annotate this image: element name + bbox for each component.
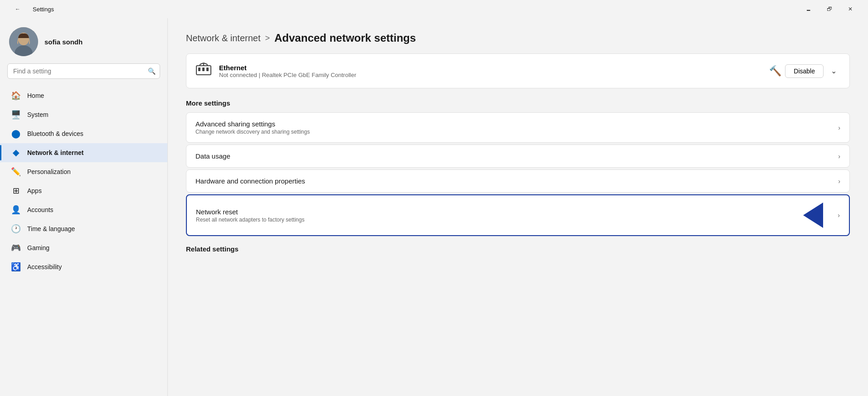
setting-item-data-usage[interactable]: Data usage › — [186, 145, 850, 168]
sidebar-item-home[interactable]: 🏠 Home — [0, 86, 167, 105]
sidebar-item-network-label: Network & internet — [27, 149, 83, 156]
sidebar-item-apps-label: Apps — [27, 187, 42, 194]
avatar — [9, 27, 38, 56]
back-button[interactable]: ← — [7, 2, 28, 16]
sidebar-item-time[interactable]: 🕐 Time & language — [0, 219, 167, 238]
sidebar-item-gaming[interactable]: 🎮 Gaming — [0, 238, 167, 257]
restore-button[interactable]: 🗗 — [819, 2, 840, 16]
disable-button[interactable]: Disable — [785, 64, 824, 78]
network-reset-chevron-icon: › — [838, 212, 840, 219]
sidebar-item-gaming-label: Gaming — [27, 244, 49, 251]
ethernet-actions: 🔨 Disable ⌄ — [769, 64, 840, 78]
setting-item-sharing[interactable]: Advanced sharing settings Change network… — [186, 112, 850, 143]
sidebar-item-personalization[interactable]: ✏️ Personalization — [0, 162, 167, 181]
more-settings-section: More settings Advanced sharing settings … — [186, 99, 850, 236]
minimize-button[interactable]: 🗕 — [798, 2, 819, 16]
titlebar: ← Settings 🗕 🗗 ✕ — [0, 0, 868, 18]
network-reset-desc: Reset all network adapters to factory se… — [196, 217, 304, 223]
hardware-title: Hardware and connection properties — [195, 177, 305, 185]
app-body: sofia sondh 🔍 🏠 Home 🖥️ System ⬤ Bluetoo… — [0, 18, 868, 396]
sidebar-item-accessibility[interactable]: ♿ Accessibility — [0, 257, 167, 276]
arrow-indicator — [803, 203, 823, 228]
user-section: sofia sondh — [0, 18, 167, 63]
titlebar-left: ← Settings — [7, 2, 54, 16]
username: sofia sondh — [44, 38, 83, 46]
data-usage-title: Data usage — [195, 152, 230, 160]
setting-item-hardware[interactable]: Hardware and connection properties › — [186, 169, 850, 193]
sidebar-item-system-label: System — [27, 111, 49, 118]
home-icon: 🏠 — [11, 91, 21, 101]
sharing-title: Advanced sharing settings — [195, 120, 310, 128]
sidebar: sofia sondh 🔍 🏠 Home 🖥️ System ⬤ Bluetoo… — [0, 18, 168, 396]
network-reset-title: Network reset — [196, 208, 304, 216]
search-icon: 🔍 — [148, 68, 156, 75]
network-icon: ◆ — [11, 148, 21, 158]
sidebar-item-accounts-label: Accounts — [27, 206, 54, 213]
sidebar-item-bluetooth-label: Bluetooth & devices — [27, 130, 83, 137]
apps-icon: ⊞ — [11, 186, 21, 196]
breadcrumb-separator: > — [265, 34, 270, 43]
breadcrumb-current: Advanced network settings — [274, 32, 416, 44]
accounts-icon: 👤 — [11, 205, 21, 215]
ethernet-info: Ethernet Not connected | Realtek PCIe Gb… — [219, 64, 762, 78]
hardware-chevron-icon: › — [838, 178, 840, 185]
svg-line-9 — [204, 63, 207, 64]
svg-rect-6 — [206, 68, 209, 71]
sharing-desc: Change network discovery and sharing set… — [195, 129, 310, 135]
breadcrumb: Network & internet > Advanced network se… — [186, 32, 850, 44]
sidebar-item-personalization-label: Personalization — [27, 168, 71, 175]
sharing-chevron-icon: › — [838, 124, 840, 131]
time-icon: 🕐 — [11, 224, 21, 234]
ethernet-card: Ethernet Not connected | Realtek PCIe Gb… — [186, 53, 850, 88]
search-box: 🔍 — [7, 63, 160, 79]
sidebar-item-bluetooth[interactable]: ⬤ Bluetooth & devices — [0, 124, 167, 143]
ethernet-title: Ethernet — [219, 64, 762, 72]
sidebar-item-system[interactable]: 🖥️ System — [0, 105, 167, 124]
svg-line-8 — [200, 63, 204, 64]
svg-rect-4 — [198, 68, 200, 71]
app-title: Settings — [33, 6, 54, 13]
gaming-icon: 🎮 — [11, 243, 21, 253]
related-settings-title: Related settings — [186, 245, 850, 253]
accessibility-icon: ♿ — [11, 262, 21, 272]
breadcrumb-parent[interactable]: Network & internet — [186, 33, 261, 43]
personalization-icon: ✏️ — [11, 167, 21, 177]
sidebar-item-accessibility-label: Accessibility — [27, 263, 62, 270]
bluetooth-icon: ⬤ — [11, 129, 21, 139]
sidebar-item-time-label: Time & language — [27, 225, 75, 232]
search-input[interactable] — [7, 63, 160, 79]
hammer-icon: 🔨 — [769, 65, 781, 77]
data-usage-chevron-icon: › — [838, 153, 840, 160]
main-content: Network & internet > Advanced network se… — [168, 18, 868, 396]
ethernet-icon — [195, 61, 212, 81]
ethernet-expand-button[interactable]: ⌄ — [827, 65, 840, 77]
setting-item-network-reset[interactable]: Network reset Reset all network adapters… — [186, 194, 850, 236]
svg-rect-5 — [202, 68, 205, 71]
nav-list: 🏠 Home 🖥️ System ⬤ Bluetooth & devices ◆… — [0, 84, 167, 278]
more-settings-title: More settings — [186, 99, 850, 107]
close-button[interactable]: ✕ — [840, 2, 861, 16]
system-icon: 🖥️ — [11, 110, 21, 120]
ethernet-subtitle: Not connected | Realtek PCIe GbE Family … — [219, 72, 762, 78]
sidebar-item-home-label: Home — [27, 92, 44, 99]
sidebar-item-network[interactable]: ◆ Network & internet — [0, 143, 167, 162]
window-controls: 🗕 🗗 ✕ — [798, 2, 861, 16]
settings-list: Advanced sharing settings Change network… — [186, 112, 850, 236]
sidebar-item-accounts[interactable]: 👤 Accounts — [0, 200, 167, 219]
sidebar-item-apps[interactable]: ⊞ Apps — [0, 181, 167, 200]
